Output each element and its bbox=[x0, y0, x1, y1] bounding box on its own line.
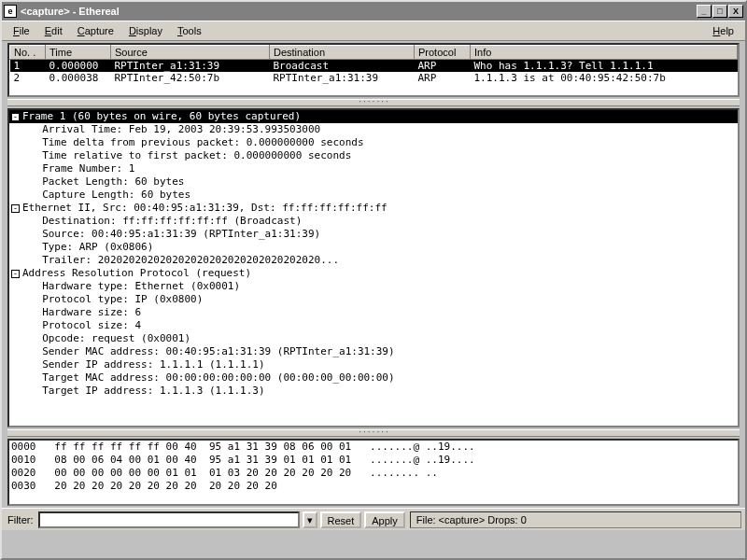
apply-button[interactable]: Apply bbox=[364, 511, 405, 528]
detail-arp-tip[interactable]: Target IP address: 1.1.1.3 (1.1.1.3) bbox=[9, 385, 738, 398]
detail-arp-hwsize[interactable]: Hardware size: 6 bbox=[9, 306, 738, 319]
detail-arp-tmac[interactable]: Target MAC address: 00:00:00:00:00:00 (0… bbox=[9, 371, 738, 385]
splitter-1[interactable]: ······· bbox=[7, 99, 740, 106]
cell-destination: Broadcast bbox=[270, 60, 415, 73]
close-button[interactable]: X bbox=[728, 5, 743, 18]
detail-relative[interactable]: Time relative to first packet: 0.0000000… bbox=[9, 149, 738, 162]
reset-button[interactable]: Reset bbox=[320, 511, 362, 528]
detail-arp-sip[interactable]: Sender IP address: 1.1.1.1 (1.1.1.1) bbox=[9, 358, 738, 371]
collapse-icon[interactable]: - bbox=[11, 204, 20, 213]
menubar: File Edit Capture Display Tools Help bbox=[2, 21, 745, 41]
minimize-button[interactable]: _ bbox=[697, 5, 712, 18]
detail-arp-header[interactable]: -Address Resolution Protocol (request) bbox=[9, 267, 738, 280]
detail-delta[interactable]: Time delta from previous packet: 0.00000… bbox=[9, 136, 738, 149]
filter-label: Filter: bbox=[6, 514, 35, 525]
filter-dropdown-button[interactable]: ▾ bbox=[303, 511, 317, 528]
bottom-bar: Filter: ▾ Reset Apply File: <capture> Dr… bbox=[2, 508, 745, 530]
detail-frame-no[interactable]: Frame Number: 1 bbox=[9, 162, 738, 175]
menu-file[interactable]: File bbox=[6, 23, 37, 38]
cell-destination: RPTInter_a1:31:39 bbox=[270, 72, 415, 84]
cell-info: Who has 1.1.1.3? Tell 1.1.1.1 bbox=[471, 60, 738, 73]
col-destination[interactable]: Destination bbox=[270, 46, 415, 60]
window-title: <capture> - Ethereal bbox=[21, 6, 696, 17]
detail-eth-src[interactable]: Source: 00:40:95:a1:31:39 (RPTInter_a1:3… bbox=[9, 228, 738, 241]
hex-line[interactable]: 0010 08 00 06 04 00 01 00 40 95 a1 31 39… bbox=[9, 454, 738, 467]
detail-eth-trailer[interactable]: Trailer: 2020202020202020202020202020202… bbox=[9, 254, 738, 267]
titlebar: e <capture> - Ethereal _ □ X bbox=[2, 2, 745, 21]
app-icon: e bbox=[4, 5, 17, 18]
col-protocol[interactable]: Protocol bbox=[415, 46, 471, 60]
menu-tools[interactable]: Tools bbox=[170, 23, 209, 38]
menu-capture[interactable]: Capture bbox=[70, 23, 121, 38]
detail-frame-header[interactable]: -Frame 1 (60 bytes on wire, 60 bytes cap… bbox=[9, 110, 738, 123]
detail-arp-psize[interactable]: Protocol size: 4 bbox=[9, 319, 738, 332]
col-time[interactable]: Time bbox=[46, 46, 111, 60]
detail-eth-dst[interactable]: Destination: ff:ff:ff:ff:ff:ff (Broadcas… bbox=[9, 215, 738, 228]
hex-line[interactable]: 0000 ff ff ff ff ff ff 00 40 95 a1 31 39… bbox=[9, 441, 738, 454]
detail-arp-opcode[interactable]: Opcode: request (0x0001) bbox=[9, 332, 738, 345]
detail-arp-smac[interactable]: Sender MAC address: 00:40:95:a1:31:39 (R… bbox=[9, 345, 738, 358]
hex-line[interactable]: 0020 00 00 00 00 00 00 01 01 01 03 20 20… bbox=[9, 467, 738, 480]
status-text: File: <capture> Drops: 0 bbox=[410, 511, 741, 528]
detail-pane[interactable]: -Frame 1 (60 bytes on wire, 60 bytes cap… bbox=[7, 108, 740, 427]
maximize-button[interactable]: □ bbox=[712, 5, 727, 18]
menu-edit[interactable]: Edit bbox=[37, 23, 70, 38]
col-source[interactable]: Source bbox=[111, 46, 270, 60]
detail-eth-type[interactable]: Type: ARP (0x0806) bbox=[9, 241, 738, 254]
cell-source: RPTInter_a1:31:39 bbox=[111, 60, 270, 73]
col-no[interactable]: No. . bbox=[10, 46, 46, 60]
cell-time: 0.000000 bbox=[46, 60, 111, 73]
cell-protocol: ARP bbox=[415, 72, 471, 84]
detail-pkt-len[interactable]: Packet Length: 60 bytes bbox=[9, 175, 738, 189]
detail-eth-header[interactable]: -Ethernet II, Src: 00:40:95:a1:31:39, Ds… bbox=[9, 202, 738, 215]
detail-cap-len[interactable]: Capture Length: 60 bytes bbox=[9, 189, 738, 202]
collapse-icon[interactable]: - bbox=[11, 113, 20, 121]
cell-source: RPTInter_42:50:7b bbox=[111, 72, 270, 84]
table-row[interactable]: 20.000038RPTInter_42:50:7bRPTInter_a1:31… bbox=[10, 72, 738, 84]
col-info[interactable]: Info bbox=[471, 46, 738, 60]
collapse-icon[interactable]: - bbox=[11, 270, 20, 278]
cell-no: 2 bbox=[10, 72, 46, 84]
detail-arrival[interactable]: Arrival Time: Feb 19, 2003 20:39:53.9935… bbox=[9, 123, 738, 136]
cell-time: 0.000038 bbox=[46, 72, 111, 84]
cell-info: 1.1.1.3 is at 00:40:95:42:50:7b bbox=[471, 72, 738, 84]
hex-line[interactable]: 0030 20 20 20 20 20 20 20 20 20 20 20 20 bbox=[9, 480, 738, 493]
cell-protocol: ARP bbox=[415, 60, 471, 73]
menu-help[interactable]: Help bbox=[705, 23, 741, 38]
splitter-2[interactable]: ······· bbox=[7, 429, 740, 437]
filter-input[interactable] bbox=[38, 511, 300, 528]
cell-no: 1 bbox=[10, 60, 46, 73]
detail-arp-hw[interactable]: Hardware type: Ethernet (0x0001) bbox=[9, 280, 738, 293]
detail-arp-proto[interactable]: Protocol type: IP (0x0800) bbox=[9, 293, 738, 306]
hex-pane[interactable]: 0000 ff ff ff ff ff ff 00 40 95 a1 31 39… bbox=[7, 439, 740, 506]
table-row[interactable]: 10.000000RPTInter_a1:31:39BroadcastARPWh… bbox=[10, 60, 738, 73]
menu-display[interactable]: Display bbox=[121, 23, 170, 38]
packet-list-pane[interactable]: No. . Time Source Destination Protocol I… bbox=[7, 43, 740, 97]
